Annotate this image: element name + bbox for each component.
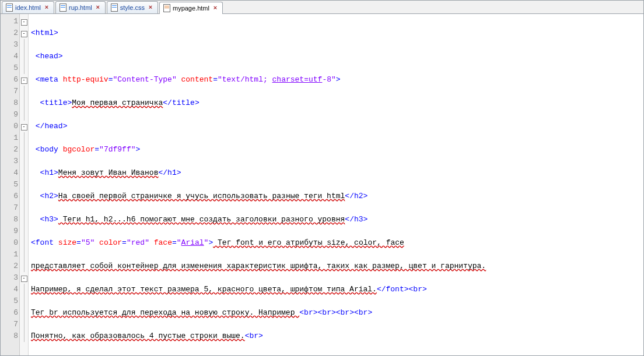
line-number: 9 [1,109,18,121]
line-number: 6 [1,191,18,202]
code-line: <h1>Меня зовут Иван Иванов</h1> [31,167,643,179]
line-number: 7 [1,86,18,97]
code-line: <font size="4" color="green" face="Times… [31,354,643,355]
code-line: Например, я сделал этот текст размера 5,… [31,284,643,295]
tab-label: mypage.html [173,5,209,12]
fold-toggle-icon[interactable]: - [21,19,27,26]
code-line: <html> [31,27,643,39]
close-icon[interactable]: × [147,4,154,11]
line-number: 8 [1,214,18,225]
line-number-gutter: 1234567890123456789012345678 [1,14,20,355]
code-line: <title>Моя первая страничка</title> [31,97,643,109]
tab-idex[interactable]: idex.html × [2,1,54,13]
line-number: 1 [1,249,18,260]
line-number: 2 [1,260,18,272]
line-number: 6 [1,74,18,86]
editor-window: idex.html × rup.html × style.css × mypag… [0,0,644,356]
code-line: </head> [31,121,643,132]
line-number: 7 [1,202,18,214]
line-number: 3 [1,39,18,51]
file-icon [6,3,13,12]
fold-toggle-icon[interactable]: - [21,31,27,37]
code-line: <font size="5" color="red" face="Arial">… [31,237,643,249]
code-line: <meta http-equiv="Content-Type" content=… [31,74,643,86]
tab-label: idex.html [15,4,41,11]
close-icon[interactable]: × [212,5,219,12]
fold-toggle-icon[interactable]: - [21,276,27,282]
code-line: <head> [31,51,643,62]
code-area[interactable]: <html> <head> <meta http-equiv="Content-… [29,14,643,355]
line-number: 5 [1,179,18,191]
close-icon[interactable]: × [43,4,50,11]
fold-column: ----- [20,14,29,355]
code-line: <h3> Теги h1, h2...h6 помогают мне созда… [31,214,643,225]
line-number: 1 [1,132,18,144]
line-number: 3 [1,272,18,284]
file-icon [60,3,66,12]
line-number: 0 [1,121,18,132]
line-number: 3 [1,156,18,167]
line-number: 0 [1,237,18,249]
file-icon [163,4,170,12]
line-number: 1 [1,16,18,27]
line-number: 4 [1,284,18,295]
code-line: Понятно, как образовалось 4 пустые строк… [31,330,643,342]
line-number: 2 [1,144,18,156]
line-number: 4 [1,167,18,179]
tab-label: rup.html [69,4,92,11]
tab-rup[interactable]: rup.html × [55,1,106,13]
code-line: Тег br используется для перехода на нову… [31,307,643,319]
line-number: 5 [1,62,18,74]
fold-toggle-icon[interactable]: - [21,124,27,131]
code-line: <body bgcolor="7df9ff"> [31,144,643,156]
close-icon[interactable]: × [94,4,102,11]
line-number: 8 [1,97,18,109]
line-number: 9 [1,225,18,237]
line-number: 2 [1,27,18,39]
line-number: 5 [1,295,18,307]
line-number: 7 [1,319,18,330]
tab-label: style.css [120,4,145,11]
editor-pane: 1234567890123456789012345678 ----- <html… [1,14,643,355]
tab-style[interactable]: style.css × [107,1,158,13]
code-line: представляет собой контейнер для изменен… [31,260,643,272]
tab-mypage[interactable]: mypage.html × [159,2,223,14]
line-number: 4 [1,51,18,62]
fold-toggle-icon[interactable]: - [21,77,27,84]
code-line: <h2>На своей первой страничке я учусь ис… [31,191,643,202]
line-number: 6 [1,307,18,319]
line-number: 8 [1,330,18,342]
tab-bar: idex.html × rup.html × style.css × mypag… [1,1,643,14]
file-icon [111,3,118,12]
